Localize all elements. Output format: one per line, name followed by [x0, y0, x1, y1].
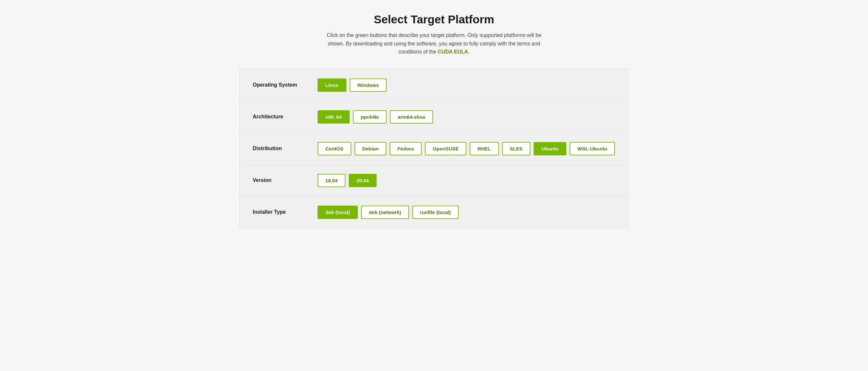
- selector-panel: Operating SystemLinuxWindowsArchitecture…: [239, 69, 629, 228]
- option-version-20_04[interactable]: 20.04: [349, 174, 377, 187]
- buttons-architecture: x86_64ppc64learm64-sbsa: [317, 110, 433, 124]
- buttons-distribution: CentOSDebianFedoraOpenSUSERHELSLESUbuntu…: [317, 142, 615, 155]
- label-distribution: Distribution: [253, 146, 317, 151]
- page-title: Select Target Platform: [374, 13, 494, 26]
- row-operating-system: Operating SystemLinuxWindows: [240, 69, 628, 101]
- label-operating-system: Operating System: [253, 82, 317, 88]
- option-architecture-arm64-sbsa[interactable]: arm64-sbsa: [390, 110, 433, 124]
- option-architecture-ppc64le[interactable]: ppc64le: [353, 110, 387, 124]
- page-subtitle: Click on the green buttons that describe…: [324, 31, 544, 56]
- option-installer-type-runfile-local[interactable]: runfile (local): [412, 206, 459, 219]
- option-installer-type-deb-local[interactable]: deb (local): [317, 206, 358, 219]
- row-architecture: Architecturex86_64ppc64learm64-sbsa: [240, 101, 628, 133]
- option-distribution-wsl-ubuntu[interactable]: WSL-Ubuntu: [569, 142, 615, 155]
- subtitle-text-1: Click on the green buttons that describe…: [327, 32, 541, 55]
- cuda-eula-link[interactable]: CUDA EULA: [438, 49, 468, 55]
- option-distribution-sles[interactable]: SLES: [502, 142, 531, 155]
- option-installer-type-deb-network[interactable]: deb (network): [361, 206, 409, 219]
- row-installer-type: Installer Typedeb (local)deb (network)ru…: [240, 196, 628, 228]
- option-operating-system-linux[interactable]: Linux: [317, 79, 346, 92]
- buttons-operating-system: LinuxWindows: [317, 79, 386, 92]
- label-architecture: Architecture: [253, 114, 317, 120]
- option-distribution-opensuse[interactable]: OpenSUSE: [425, 142, 466, 155]
- row-distribution: DistributionCentOSDebianFedoraOpenSUSERH…: [240, 133, 628, 165]
- buttons-installer-type: deb (local)deb (network)runfile (local): [317, 206, 459, 219]
- label-installer-type: Installer Type: [253, 209, 317, 215]
- option-version-18_04[interactable]: 18.04: [317, 174, 345, 187]
- buttons-version: 18.0420.04: [317, 174, 377, 187]
- option-distribution-rhel[interactable]: RHEL: [470, 142, 499, 155]
- option-distribution-fedora[interactable]: Fedora: [390, 142, 422, 155]
- option-distribution-debian[interactable]: Debian: [354, 142, 386, 155]
- subtitle-text-2: .: [468, 49, 469, 55]
- row-version: Version18.0420.04: [240, 165, 628, 196]
- option-architecture-x86_64[interactable]: x86_64: [317, 110, 350, 124]
- option-distribution-centos[interactable]: CentOS: [317, 142, 351, 155]
- label-version: Version: [253, 177, 317, 183]
- option-distribution-ubuntu[interactable]: Ubuntu: [534, 142, 566, 155]
- option-operating-system-windows[interactable]: Windows: [350, 79, 387, 92]
